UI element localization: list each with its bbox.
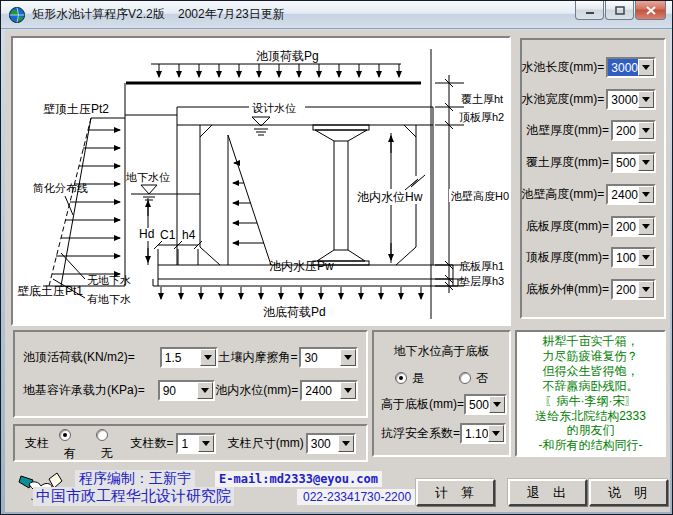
above-base-label: 高于底板(mm)= bbox=[381, 396, 464, 413]
pool-water-level-value[interactable]: 2400 bbox=[302, 382, 340, 399]
client-area: 池顶荷载Pg 壁顶土压Pt2 简化分布线 设计水位 地下水位 池内水位Hw 池内… bbox=[5, 30, 670, 512]
dropdown-arrow-icon[interactable] bbox=[638, 186, 654, 203]
param-row: 覆土厚度(mm)= 500 bbox=[526, 152, 660, 173]
dropdown-arrow-icon[interactable] bbox=[638, 249, 654, 266]
loads-panel: 池顶活荷载(KN/m2)= 1.5 土壤内摩擦角= 30 地基容许承载力(KPa… bbox=[13, 330, 368, 418]
pillar-no-option[interactable]: 无 bbox=[96, 425, 119, 462]
dropdown-arrow-icon[interactable] bbox=[200, 349, 216, 366]
minimize-button[interactable] bbox=[575, 1, 604, 20]
dropdown-arrow-icon[interactable] bbox=[340, 349, 356, 366]
pillar-no-radio[interactable] bbox=[96, 429, 108, 441]
param-row: 顶板厚度(mm)= 100 bbox=[526, 247, 660, 268]
dropdown-arrow-icon[interactable] bbox=[638, 218, 654, 235]
dropdown-arrow-icon[interactable] bbox=[340, 382, 356, 399]
label-dim-base-slab: 底板厚h1 bbox=[459, 260, 504, 272]
poem-line: -和所有的结构同行- bbox=[517, 438, 664, 453]
wall-thickness-value[interactable]: 200 bbox=[613, 122, 638, 139]
base-extension-value[interactable]: 200 bbox=[613, 281, 638, 298]
calculate-button[interactable]: 计 算 bbox=[416, 479, 495, 506]
cover-thickness-value[interactable]: 500 bbox=[613, 154, 638, 171]
pillar-no-label: 无 bbox=[101, 446, 113, 460]
label-wall-bottom-pressure: 壁底土压Pt1 bbox=[17, 284, 83, 298]
poem-line: 的朋友们 bbox=[517, 423, 664, 438]
anti-float-label: 抗浮安全系数= bbox=[381, 425, 460, 442]
groundwater-yes-option[interactable]: 是 bbox=[395, 368, 424, 387]
pool-width-combo[interactable]: 3000 bbox=[606, 89, 656, 110]
pool-length-combo[interactable]: 3000 bbox=[606, 57, 656, 78]
exit-button[interactable]: 退 出 bbox=[508, 479, 587, 506]
label-dim-wall-height: 池壁高度H0 bbox=[450, 190, 509, 202]
loads-row: 地基容许承载力(KPa)= 90 池内水位(mm)= 2400 bbox=[23, 380, 358, 401]
dropdown-arrow-icon[interactable] bbox=[638, 154, 654, 171]
dropdown-arrow-icon[interactable] bbox=[198, 435, 214, 452]
pillar-panel: 支柱 有 无 支柱数= 1 支柱尺寸(mm) 300 bbox=[13, 424, 368, 462]
param-row: 水池宽度(mm)= 3000 bbox=[526, 89, 660, 110]
groundwater-title: 地下水位高于底板 bbox=[381, 343, 502, 360]
dropdown-arrow-icon[interactable] bbox=[638, 281, 654, 298]
dropdown-arrow-icon[interactable] bbox=[638, 91, 654, 108]
friction-angle-value[interactable]: 30 bbox=[301, 349, 340, 366]
dropdown-arrow-icon[interactable] bbox=[638, 59, 654, 76]
poem-line: 〖病牛·李纲·宋〗 bbox=[517, 394, 664, 409]
bearing-capacity-label: 地基容许承载力(KPa)= bbox=[23, 382, 158, 399]
maximize-icon bbox=[615, 6, 625, 15]
wall-height-label: 池壁高度(mm)= bbox=[521, 186, 604, 203]
base-thickness-label: 底板厚度(mm)= bbox=[526, 218, 609, 235]
maximize-button[interactable] bbox=[605, 1, 634, 20]
pillar-yes-option[interactable]: 有 bbox=[59, 425, 82, 462]
dropdown-arrow-icon[interactable] bbox=[638, 122, 654, 139]
titlebar[interactable]: 矩形水池计算程序V2.2版 2002年7月23日更新 bbox=[1, 1, 672, 29]
pillar-yes-radio[interactable] bbox=[59, 429, 71, 441]
bearing-capacity-combo[interactable]: 90 bbox=[158, 380, 216, 401]
pool-water-level-combo[interactable]: 2400 bbox=[300, 380, 358, 401]
wall-height-combo[interactable]: 2400 bbox=[606, 184, 656, 205]
pillar-yes-label: 有 bbox=[64, 446, 76, 460]
label-bottom-load: 池底荷载Pd bbox=[263, 305, 326, 319]
above-base-combo[interactable]: 500 bbox=[464, 394, 507, 415]
anti-float-combo[interactable]: 1.10 bbox=[460, 423, 506, 444]
anti-float-value[interactable]: 1.10 bbox=[462, 425, 488, 442]
label-dim-top-slab: 顶板厚h2 bbox=[459, 111, 504, 123]
live-load-combo[interactable]: 1.5 bbox=[160, 347, 219, 368]
groundwater-yes-radio[interactable] bbox=[395, 372, 407, 384]
pool-width-value[interactable]: 3000 bbox=[608, 91, 638, 108]
base-thickness-combo[interactable]: 200 bbox=[611, 216, 656, 237]
pillar-label: 支柱 bbox=[25, 435, 49, 452]
pool-length-value[interactable]: 3000 bbox=[608, 59, 638, 76]
top-slab-thickness-combo[interactable]: 100 bbox=[611, 247, 656, 268]
cover-thickness-combo[interactable]: 500 bbox=[611, 152, 656, 173]
anti-float-row: 抗浮安全系数= 1.10 bbox=[381, 423, 502, 444]
friction-angle-combo[interactable]: 30 bbox=[299, 347, 358, 368]
label-wall-top-pressure: 壁顶土压Pt2 bbox=[43, 102, 109, 116]
groundwater-no-option[interactable]: 否 bbox=[459, 368, 488, 387]
pillar-count-value[interactable]: 1 bbox=[178, 435, 197, 452]
poem-panel: 耕犁千亩实千箱， 力尽筋疲谁复伤？ 但得众生皆得饱， 不辞羸病卧残阳。 〖病牛·… bbox=[515, 330, 666, 457]
groundwater-no-label: 否 bbox=[476, 371, 488, 385]
bearing-capacity-value[interactable]: 90 bbox=[160, 382, 198, 399]
dropdown-arrow-icon[interactable] bbox=[338, 435, 354, 452]
label-design-water-level: 设计水位 bbox=[252, 102, 296, 114]
pillar-size-value[interactable]: 300 bbox=[308, 435, 338, 452]
live-load-value[interactable]: 1.5 bbox=[162, 349, 201, 366]
pillar-count-combo[interactable]: 1 bbox=[176, 433, 215, 454]
label-dim-c1: C1 bbox=[160, 228, 176, 242]
poem-line: 力尽筋疲谁复伤？ bbox=[517, 349, 664, 364]
param-row: 底板外伸(mm)= 200 bbox=[526, 279, 660, 300]
groundwater-no-radio[interactable] bbox=[459, 372, 471, 384]
base-extension-combo[interactable]: 200 bbox=[611, 279, 656, 300]
base-thickness-value[interactable]: 200 bbox=[613, 218, 638, 235]
wall-height-value[interactable]: 2400 bbox=[608, 186, 638, 203]
email-label: E-mail:md2333@eyou.com bbox=[215, 471, 382, 487]
dropdown-arrow-icon[interactable] bbox=[489, 396, 505, 413]
close-button[interactable] bbox=[635, 1, 666, 20]
help-button[interactable]: 说 明 bbox=[589, 479, 668, 506]
dropdown-arrow-icon[interactable] bbox=[488, 425, 504, 442]
dropdown-arrow-icon[interactable] bbox=[197, 382, 213, 399]
top-slab-thickness-value[interactable]: 100 bbox=[613, 249, 638, 266]
app-window: 矩形水池计算程序V2.2版 2002年7月23日更新 bbox=[0, 0, 673, 515]
pool-width-label: 水池宽度(mm)= bbox=[521, 91, 604, 108]
above-base-value[interactable]: 500 bbox=[466, 396, 489, 413]
close-icon bbox=[646, 6, 656, 15]
wall-thickness-combo[interactable]: 200 bbox=[611, 120, 656, 141]
pillar-size-combo[interactable]: 300 bbox=[306, 433, 356, 454]
